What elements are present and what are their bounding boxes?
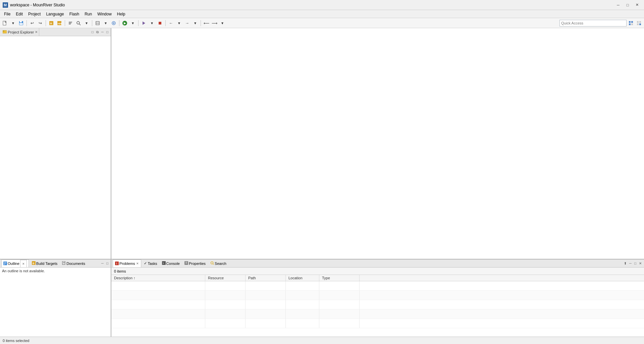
run-icon: ▶ xyxy=(122,21,127,25)
outline-minimize-btn[interactable]: ─ xyxy=(100,261,105,266)
svg-rect-28 xyxy=(637,23,639,25)
tool1-button[interactable] xyxy=(94,19,101,27)
tool1-dropdown[interactable]: ▾ xyxy=(102,19,109,27)
status-bar: 0 items selected xyxy=(0,337,644,344)
toolbar-separator-4 xyxy=(92,20,92,26)
problems-rows xyxy=(111,281,644,328)
project-explorer-controls: □ ⧉ ─ □ xyxy=(91,30,109,35)
project-explorer-close[interactable]: ✕ xyxy=(35,30,38,34)
new-file-button[interactable] xyxy=(1,19,9,27)
problems-maximize-btn[interactable]: □ xyxy=(633,261,637,266)
outline-close[interactable]: ✕ xyxy=(20,260,27,267)
col-header-location[interactable]: Location xyxy=(286,275,319,281)
problems-export-btn[interactable]: ⬆ xyxy=(623,261,628,266)
col-header-description[interactable]: Description ↑ xyxy=(111,275,205,281)
maximize-button[interactable]: □ xyxy=(623,2,632,8)
nav-dropdown[interactable]: ▾ xyxy=(219,19,226,27)
row-cell-type xyxy=(319,281,360,290)
debug-button[interactable] xyxy=(140,19,148,27)
tasks-tab[interactable]: ✓ Tasks xyxy=(142,260,159,267)
explorer-collapse-btn[interactable]: □ xyxy=(91,30,95,35)
menu-project[interactable]: Project xyxy=(25,10,43,18)
close-button[interactable]: ✕ xyxy=(633,2,641,8)
row-cell-type xyxy=(319,291,360,300)
row-cell-type xyxy=(319,309,360,319)
problems-close[interactable]: ✕ xyxy=(136,262,139,265)
problems-minimize-btn[interactable]: ─ xyxy=(628,261,633,266)
col-header-path[interactable]: Path xyxy=(246,275,286,281)
menu-help[interactable]: Help xyxy=(114,10,128,18)
svg-rect-26 xyxy=(637,21,639,23)
toolbar-separator-3 xyxy=(65,20,65,26)
quick-access-input[interactable] xyxy=(559,20,627,26)
format-button[interactable] xyxy=(67,19,74,27)
prev-button[interactable]: ⟵ xyxy=(203,19,210,27)
back-button[interactable]: ← xyxy=(167,19,175,27)
stop-button[interactable] xyxy=(156,19,164,27)
build-button[interactable]: H xyxy=(48,19,55,27)
properties-tab[interactable]: Properties xyxy=(182,260,208,267)
perspective2-button[interactable] xyxy=(635,19,643,27)
redo-button[interactable]: ↪ xyxy=(37,19,44,27)
tasks-icon: ✓ xyxy=(144,261,147,266)
row-cell-location xyxy=(286,319,319,328)
project-explorer-header: Project Explorer ✕ □ ⧉ ─ □ xyxy=(0,28,111,36)
explorer-maximize-btn[interactable]: □ xyxy=(105,30,109,35)
window-controls[interactable]: ─ □ ✕ xyxy=(614,2,641,8)
project-explorer-tab[interactable]: Project Explorer ✕ xyxy=(1,28,39,36)
outline-message: An outline is not available. xyxy=(2,269,45,273)
row-cell-resource xyxy=(205,281,246,290)
toolbar-separator-5 xyxy=(119,20,119,26)
console-tab[interactable]: > Console xyxy=(160,260,182,267)
toolbar-separator-8 xyxy=(201,20,201,26)
menu-window[interactable]: Window xyxy=(95,10,114,18)
outline-maximize-btn[interactable]: □ xyxy=(105,261,109,266)
run-button[interactable]: ▶ xyxy=(121,19,128,27)
col-header-type[interactable]: Type xyxy=(319,275,360,281)
svg-rect-31 xyxy=(3,31,4,32)
new-dropdown-button[interactable]: ▾ xyxy=(9,19,17,27)
toolbar-separator-7 xyxy=(165,20,166,26)
next-button[interactable]: ⟶ xyxy=(211,19,218,27)
row-cell-type xyxy=(319,300,360,309)
outline-tab[interactable]: Outline ✕ xyxy=(1,260,29,267)
save-button[interactable] xyxy=(17,19,25,27)
row-cell-path xyxy=(246,291,286,300)
row-cell-desc xyxy=(111,281,205,290)
search-tab[interactable]: Search xyxy=(208,260,228,267)
outline-label: Outline xyxy=(8,262,19,266)
problems-table[interactable]: Description ↑ Resource Path Location Typ… xyxy=(111,275,644,337)
forward-dropdown[interactable]: ▾ xyxy=(192,19,199,27)
search-button[interactable] xyxy=(75,19,82,27)
documents-label: Documents xyxy=(66,262,85,266)
explorer-link-btn[interactable]: ⧉ xyxy=(95,30,100,35)
col-header-resource[interactable]: Resource xyxy=(205,275,246,281)
tool2-button[interactable] xyxy=(110,19,117,27)
forward-button[interactable]: → xyxy=(183,19,191,27)
row-cell-desc xyxy=(111,291,205,300)
undo-button[interactable]: ↩ xyxy=(29,19,36,27)
problems-close-btn[interactable]: ✕ xyxy=(638,261,643,266)
menu-flash[interactable]: Flash xyxy=(67,10,82,18)
explorer-minimize-btn[interactable]: ─ xyxy=(100,30,105,35)
menu-edit[interactable]: Edit xyxy=(13,10,25,18)
build-all-button[interactable]: HH xyxy=(56,19,63,27)
documents-tab[interactable]: Documents xyxy=(60,260,87,267)
debug-dropdown[interactable]: ▾ xyxy=(148,19,156,27)
build-targets-tab[interactable]: B Build Targets xyxy=(30,260,59,267)
bottom-left-panel: Outline ✕ B Build Targets Documents ─ xyxy=(0,260,111,337)
svg-text:M: M xyxy=(4,3,7,7)
run-dropdown[interactable]: ▾ xyxy=(129,19,137,27)
toolbar-separator-2 xyxy=(46,20,46,26)
menu-language[interactable]: Language xyxy=(43,10,66,18)
row-cell-resource xyxy=(205,300,246,309)
search-dropdown[interactable]: ▾ xyxy=(83,19,90,27)
svg-text:HH: HH xyxy=(58,22,62,25)
back-dropdown[interactable]: ▾ xyxy=(175,19,183,27)
menu-run[interactable]: Run xyxy=(82,10,95,18)
problems-tab[interactable]: ! Problems ✕ xyxy=(113,260,141,267)
minimize-button[interactable]: ─ xyxy=(614,2,623,8)
menu-file[interactable]: File xyxy=(1,10,13,18)
row-cell-location xyxy=(286,291,319,300)
perspective-button[interactable] xyxy=(627,19,635,27)
